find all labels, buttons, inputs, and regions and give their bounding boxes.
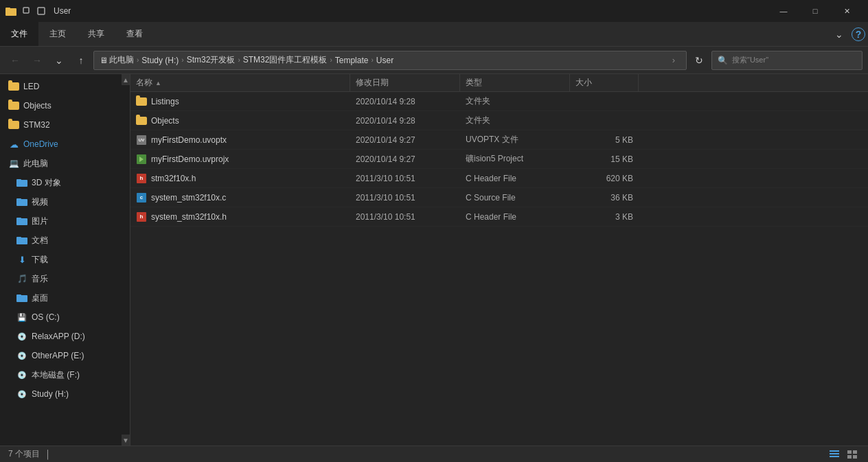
file-type-cell: 文件夹 <box>460 111 570 130</box>
file-date-cell: 2011/3/10 10:51 <box>350 207 460 226</box>
file-size-cell: 5 KB <box>570 130 639 149</box>
file-date-cell: 2011/3/10 10:51 <box>350 188 460 207</box>
sidebar-item-objects[interactable]: Objects <box>0 96 130 115</box>
table-row[interactable]: h stm32f10x.h 2011/3/10 10:51 C Header F… <box>130 169 868 188</box>
svg-rect-21 <box>853 455 857 459</box>
file-date: 2011/3/10 10:51 <box>356 174 415 183</box>
up-button[interactable]: ↑ <box>71 51 91 70</box>
close-button[interactable]: ✕ <box>831 0 863 22</box>
svg-rect-7 <box>16 198 21 200</box>
svg-rect-20 <box>847 455 852 459</box>
col-header-date[interactable]: 修改日期 <box>350 74 460 91</box>
sidebar-item-music[interactable]: 🎵 音乐 <box>0 269 130 288</box>
col-header-size[interactable]: 大小 <box>570 74 639 91</box>
folder-icon-led <box>8 81 19 92</box>
save-icon <box>36 5 47 16</box>
file-size-cell: 620 KB <box>570 169 639 187</box>
path-user[interactable]: User <box>376 56 393 65</box>
sidebar-item-h-drive[interactable]: 💿 Study (H:) <box>0 384 130 404</box>
path-computer[interactable]: 🖥 此电脑 <box>100 54 134 66</box>
svg-marker-14 <box>139 157 144 162</box>
file-icon <box>136 96 147 107</box>
file-icon: c <box>136 192 147 203</box>
table-row[interactable]: Objects 2020/10/14 9:28 文件夹 <box>130 111 868 130</box>
file-name-cell: h system_stm32f10x.h <box>130 207 350 226</box>
file-size: 5 KB <box>615 135 633 145</box>
file-size-cell <box>570 92 639 111</box>
sidebar-item-desktop[interactable]: 桌面 <box>0 288 130 308</box>
file-date-cell: 2020/10/14 9:28 <box>350 111 460 130</box>
path-stm32[interactable]: Stm32开发板 <box>187 54 236 66</box>
tab-share[interactable]: 共享 <box>77 22 115 46</box>
sidebar-item-3d[interactable]: 3D 对象 <box>0 173 130 192</box>
col-header-name[interactable]: 名称 ▲ <box>130 74 350 91</box>
minimize-button[interactable]: — <box>768 0 799 22</box>
details-view-btn[interactable] <box>827 448 842 461</box>
sidebar-item-c-drive[interactable]: 💾 OS (C:) <box>0 308 130 327</box>
file-name: Listings <box>151 97 179 106</box>
sidebar-item-d-drive[interactable]: 💿 RelaxAPP (D:) <box>0 327 130 346</box>
path-dropdown-btn[interactable]: › <box>667 55 681 65</box>
file-list: Listings 2020/10/14 9:28 文件夹 Objects 202… <box>130 92 868 446</box>
address-bar: ← → ⌄ ↑ 🖥 此电脑 › Study (H:) › Stm32开发板 › … <box>0 47 868 74</box>
file-type-cell: 礦ision5 Project <box>460 150 570 168</box>
drive-icon-f: 💿 <box>16 369 27 380</box>
table-row[interactable]: h system_stm32f10x.h 2011/3/10 10:51 C H… <box>130 207 868 227</box>
file-type-cell: 文件夹 <box>460 92 570 111</box>
svg-rect-13 <box>16 294 21 297</box>
ribbon: 文件 主页 共享 查看 ⌄ ? <box>0 22 868 47</box>
forward-button[interactable]: → <box>27 51 47 70</box>
table-row[interactable]: Listings 2020/10/14 9:28 文件夹 <box>130 92 868 111</box>
file-size: 36 KB <box>610 193 633 203</box>
table-row[interactable]: UV myFirstDemo.uvoptx 2020/10/14 9:27 UV… <box>130 130 868 150</box>
svg-rect-3 <box>38 8 45 14</box>
dropdown-button[interactable]: ⌄ <box>49 51 69 70</box>
search-placeholder: 搜索"User" <box>732 55 768 65</box>
sidebar-item-picture[interactable]: 图片 <box>0 211 130 231</box>
table-row[interactable]: myFirstDemo.uvprojx 2020/10/14 9:27 礦isi… <box>130 150 868 169</box>
back-button[interactable]: ← <box>5 51 25 70</box>
search-box[interactable]: 🔍 搜索"User" <box>711 51 863 70</box>
large-icon-view-btn[interactable] <box>845 448 860 461</box>
file-type: C Source File <box>466 193 516 203</box>
file-date-cell: 2020/10/14 9:28 <box>350 92 460 111</box>
ribbon-help-btn[interactable]: ? <box>852 27 865 41</box>
file-date-cell: 2020/10/14 9:27 <box>350 150 460 168</box>
search-icon: 🔍 <box>718 56 728 65</box>
path-sep-3: › <box>238 56 240 64</box>
folder-icon-doc <box>16 235 27 246</box>
drive-icon-c: 💾 <box>16 312 27 323</box>
sidebar-item-computer[interactable]: 💻 此电脑 <box>0 154 130 173</box>
svg-rect-1 <box>5 8 10 10</box>
sidebar-item-e-drive[interactable]: 💿 OtherAPP (E:) <box>0 346 130 365</box>
sidebar-item-stm32[interactable]: STM32 <box>0 115 130 135</box>
svg-rect-2 <box>23 8 29 13</box>
table-row[interactable]: c system_stm32f10x.c 2011/3/10 10:51 C S… <box>130 188 868 207</box>
path-study[interactable]: Study (H:) <box>141 56 179 65</box>
tab-view[interactable]: 查看 <box>115 22 154 46</box>
refresh-button[interactable]: ↻ <box>689 51 709 70</box>
file-name-cell: myFirstDemo.uvprojx <box>130 150 350 168</box>
file-icon: h <box>136 173 147 184</box>
ribbon-chevron-btn[interactable]: ⌄ <box>830 25 849 44</box>
file-date: 2011/3/10 10:51 <box>356 193 415 203</box>
path-sep-4: › <box>330 56 332 64</box>
sidebar-item-doc[interactable]: 文档 <box>0 231 130 250</box>
sidebar-item-f-drive[interactable]: 💿 本地磁盘 (F:) <box>0 365 130 384</box>
path-template[interactable]: Template <box>335 56 369 65</box>
tab-home[interactable]: 主页 <box>38 22 77 46</box>
address-path[interactable]: 🖥 此电脑 › Study (H:) › Stm32开发板 › STM32固件库… <box>93 51 687 70</box>
sidebar-item-led[interactable]: LED <box>0 77 130 96</box>
sidebar-scroll-down[interactable]: ▼ <box>122 435 130 446</box>
desktop-icon <box>16 292 27 303</box>
path-template-lib[interactable]: STM32固件库工程模板 <box>243 54 328 66</box>
sidebar-item-download[interactable]: ⬇ 下载 <box>0 250 130 269</box>
sidebar-scroll-up[interactable]: ▲ <box>122 74 130 85</box>
col-header-type[interactable]: 类型 <box>460 74 570 91</box>
file-size: 15 KB <box>610 154 633 164</box>
tab-file[interactable]: 文件 <box>0 22 38 46</box>
file-size-cell: 15 KB <box>570 150 639 168</box>
sidebar-item-video[interactable]: 视频 <box>0 192 130 211</box>
maximize-button[interactable]: □ <box>799 0 831 22</box>
sidebar-item-onedrive[interactable]: ☁ OneDrive <box>0 135 130 154</box>
